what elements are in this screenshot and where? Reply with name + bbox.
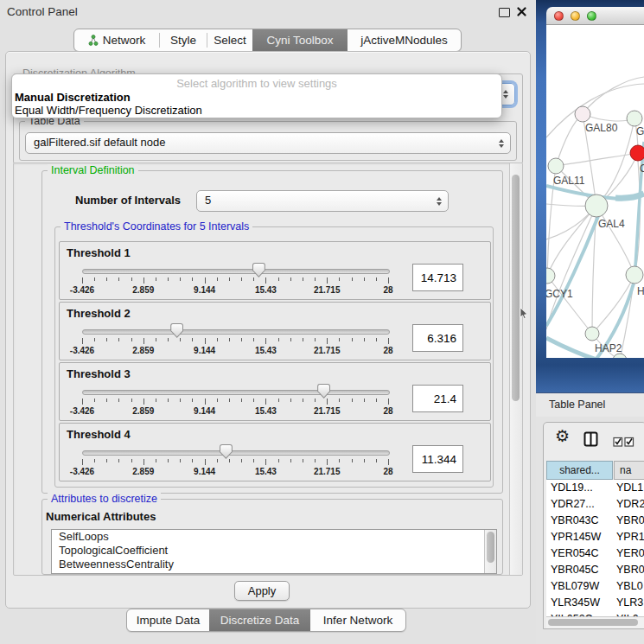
tick-mark	[290, 459, 291, 462]
node-label: C	[640, 163, 644, 175]
network-node-gal4[interactable]	[585, 194, 608, 217]
split-columns-icon[interactable]	[583, 431, 598, 447]
combo-stepper-icon	[437, 197, 442, 206]
tick-mark	[327, 277, 328, 284]
table-horizontal-scrollbar-thumb[interactable]	[548, 619, 638, 626]
network-node-ga[interactable]	[627, 111, 642, 126]
table-row[interactable]: YBL079WYBL0	[546, 578, 644, 595]
threshold-value-field[interactable]: 14.713	[412, 264, 463, 291]
tab-discretize-data[interactable]: Discretize Data	[209, 609, 310, 631]
slider-track[interactable]	[82, 269, 390, 274]
close-traffic-light-icon[interactable]	[554, 11, 564, 21]
table-row[interactable]: YDR27...YDR2	[546, 496, 644, 513]
slider-thumb[interactable]	[170, 323, 183, 338]
tab-network[interactable]: Network	[74, 29, 159, 51]
minimize-traffic-light-icon[interactable]	[571, 11, 580, 21]
tick-mark	[303, 277, 303, 281]
slider-thumb[interactable]	[252, 263, 265, 277]
tab-label: Cyni Toolbox	[266, 34, 333, 47]
network-node-hap2[interactable]	[585, 327, 599, 341]
tab-style[interactable]: Style	[160, 29, 207, 51]
float-window-icon[interactable]	[499, 8, 510, 17]
network-node-gal11[interactable]	[548, 158, 564, 174]
tick-mark	[131, 399, 132, 402]
tab-select[interactable]: Select	[207, 29, 252, 51]
threshold-slider[interactable]: -3.4262.8599.14415.4321.71528	[82, 384, 388, 417]
tick-mark	[229, 459, 230, 462]
network-node-gal80[interactable]	[575, 106, 590, 122]
table-row[interactable]: YDL19...YDL1	[546, 480, 644, 496]
table-row[interactable]: YER054CYER0	[546, 545, 644, 562]
network-node-h[interactable]	[626, 266, 643, 284]
tick-mark	[180, 277, 181, 281]
table-row[interactable]: YLR345WYLR3	[546, 595, 644, 611]
tick-mark	[106, 277, 107, 281]
checkbox-checked-icon[interactable]	[624, 437, 634, 447]
tick-label: 28	[383, 285, 392, 295]
tick-mark	[303, 399, 303, 402]
slider-thumb-face	[318, 385, 329, 398]
tick-mark	[143, 399, 144, 405]
threshold-value-field[interactable]: 11.344	[412, 445, 463, 473]
settings-scrollbar[interactable]	[509, 163, 522, 575]
list-item[interactable]: BetweennessCentrality	[52, 558, 496, 571]
column-header-shared-name[interactable]: shared...	[546, 461, 613, 480]
slider-thumb[interactable]	[317, 384, 330, 399]
network-node-c[interactable]	[630, 145, 644, 161]
node-label: GAL80	[585, 122, 618, 134]
column-header-name[interactable]: na	[614, 461, 644, 480]
threshold-slider[interactable]: -3.4262.8599.14415.4321.71528	[82, 444, 388, 477]
slider-track[interactable]	[82, 450, 390, 456]
settings-scroll-region: Interval Definition Number of Intervals …	[13, 163, 523, 576]
dropdown-option-equal-width-frequency[interactable]: Equal Width/Frequency Discretization	[12, 104, 501, 117]
threshold-slider[interactable]: -3.4262.8599.14415.4321.71528	[82, 263, 388, 296]
slider-track[interactable]	[82, 390, 390, 395]
list-scrollbar-thumb[interactable]	[487, 532, 494, 563]
zoom-traffic-light-icon[interactable]	[587, 11, 596, 21]
threshold-value-field[interactable]: 21.4	[412, 385, 463, 412]
cell-name: YDR2	[616, 496, 644, 513]
tab-jactivemnodules[interactable]: jActiveMNodules	[348, 29, 461, 51]
list-item[interactable]: SelfLoops	[52, 530, 496, 544]
threshold-slider[interactable]: -3.4262.8599.14415.4321.71528	[82, 323, 388, 356]
tab-impute-data[interactable]: Impute Data	[127, 609, 209, 631]
table-horizontal-scrollbar[interactable]	[546, 616, 644, 628]
tick-mark	[265, 399, 266, 405]
cell-shared-name: YLR345W	[551, 595, 613, 611]
table-data-combobox[interactable]: galFiltered.sif default node	[25, 132, 511, 154]
tick-mark	[229, 399, 230, 402]
tick-mark	[106, 459, 107, 462]
tick-mark	[265, 459, 266, 465]
gear-icon[interactable]: ⚙	[555, 426, 570, 445]
tick-label: 2.859	[132, 285, 154, 295]
tick-mark	[364, 399, 365, 402]
tick-mark	[106, 338, 107, 341]
slider-thumb[interactable]	[220, 444, 233, 459]
apply-button[interactable]: Apply	[234, 581, 290, 601]
tick-mark	[352, 459, 353, 462]
slider-track[interactable]	[82, 329, 390, 335]
tick-mark	[82, 277, 83, 284]
control-panel: Control Panel NetworkStyleSelectCyni Too…	[0, 0, 536, 644]
list-scrollbar[interactable]	[484, 530, 496, 573]
tab-cyni-toolbox[interactable]: Cyni Toolbox	[252, 29, 348, 51]
table-row[interactable]: YBR043CYBR0	[546, 513, 644, 529]
tick-mark	[388, 338, 389, 344]
table-row[interactable]: YPR145WYPR1	[546, 529, 644, 545]
list-item[interactable]: TopologicalCoefficient	[52, 544, 496, 558]
settings-scrollbar-thumb[interactable]	[512, 175, 520, 401]
threshold-value-field[interactable]: 6.316	[412, 324, 463, 352]
dropdown-placeholder: Select algorithm to view settings	[12, 74, 501, 91]
dropdown-option-manual-discretization[interactable]: Manual Discretization	[12, 91, 501, 104]
checkbox-checked-icon[interactable]	[613, 437, 623, 447]
network-canvas[interactable]: GAL80GACGAL11GAL4GCY1HHAP2	[546, 25, 644, 358]
close-icon[interactable]	[517, 7, 526, 16]
bottom-tab-bar: Impute DataDiscretize DataInfer Network	[126, 609, 406, 632]
network-node-gcy1[interactable]	[546, 268, 555, 284]
tab-infer-network[interactable]: Infer Network	[310, 609, 405, 631]
network-edge	[556, 153, 638, 166]
tick-mark	[143, 277, 144, 284]
number-of-intervals-combobox[interactable]: 5	[196, 190, 449, 212]
table-row[interactable]: YBR045CYBR0	[546, 562, 644, 578]
numerical-attributes-list[interactable]: SelfLoopsTopologicalCoefficientBetweenne…	[51, 529, 497, 574]
